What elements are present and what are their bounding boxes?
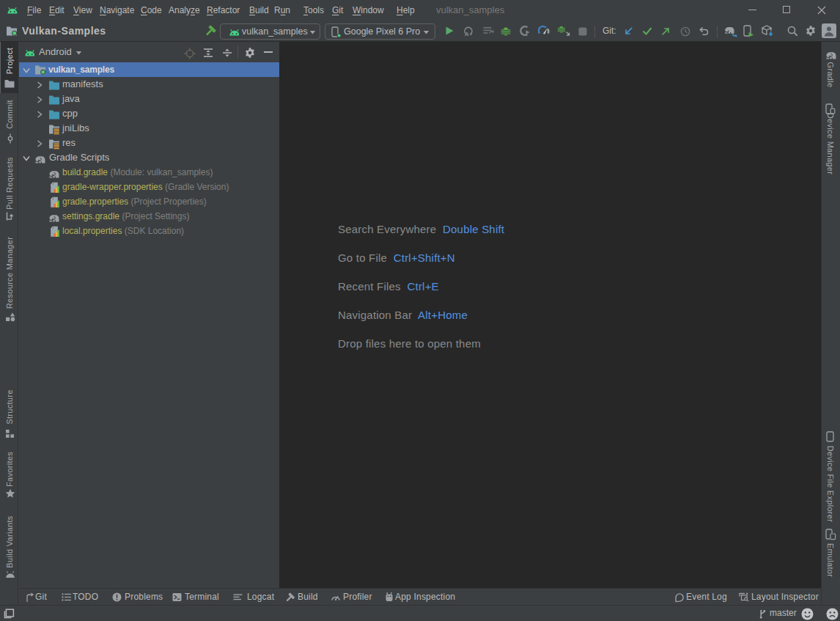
svg-text:A: A <box>465 31 469 37</box>
